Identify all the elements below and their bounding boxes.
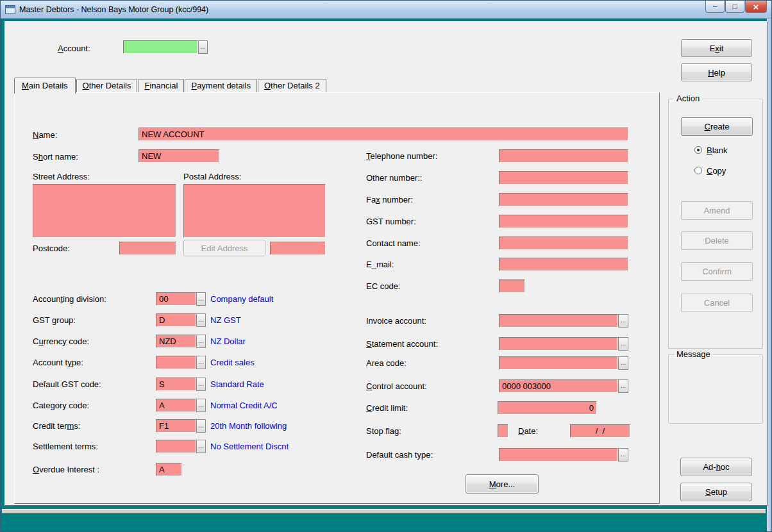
tab-other-details[interactable]: Other Details (76, 79, 138, 92)
control-account-lookup-button[interactable]: ... (618, 379, 628, 393)
currency-code-lookup-button[interactable]: ... (196, 335, 206, 348)
invoice-account-label: Invoice account: (366, 316, 426, 326)
blank-radio-label: Blank (707, 145, 728, 155)
cancel-button: Cancel (681, 294, 753, 312)
close-button[interactable]: × (745, 1, 767, 13)
street-address-input[interactable] (33, 184, 176, 238)
category-code-label: Category code: (33, 401, 89, 411)
gst-number-label: GST number: (366, 217, 416, 227)
overdue-interest-input[interactable] (156, 463, 182, 476)
message-groupbox: Message (668, 354, 763, 424)
category-code-input[interactable] (156, 399, 196, 412)
stop-flag-input[interactable] (498, 424, 508, 438)
postal-address-input[interactable] (183, 184, 326, 238)
account-input[interactable] (123, 40, 198, 54)
contact-name-input[interactable] (499, 237, 628, 250)
tab-main-details[interactable]: Main Details (14, 78, 76, 94)
name-label: Name: (33, 130, 57, 140)
short-name-input[interactable] (138, 149, 219, 163)
accounting-division-input[interactable] (156, 292, 196, 306)
gst-group-label: GST group: (33, 315, 76, 326)
invoice-account-input[interactable] (499, 314, 618, 328)
short-name-label: Short name: (33, 152, 78, 162)
invoice-account-lookup-button[interactable]: ... (618, 314, 628, 328)
edit-address-button: Edit Address (183, 240, 265, 256)
control-account-label: Control account: (366, 381, 427, 392)
help-button[interactable]: Help (681, 63, 752, 81)
action-group-title: Action (674, 94, 702, 104)
gst-number-input[interactable] (499, 215, 628, 228)
currency-code-label: Currency code: (33, 337, 89, 347)
account-type-desc: Credit sales (210, 358, 255, 368)
telephone-number-input[interactable] (499, 149, 628, 163)
tab-other-details-2[interactable]: Other Details 2 (258, 79, 326, 92)
fax-number-input[interactable] (499, 193, 628, 206)
titlebar[interactable]: Master Debtors - Nelson Bays Motor Group… (1, 1, 771, 19)
credit-limit-label: Credit limit: (366, 403, 408, 413)
application-window: Master Debtors - Nelson Bays Motor Group… (0, 0, 772, 532)
category-code-desc: Normal Credit A/C (210, 401, 278, 411)
postcode-input[interactable] (119, 242, 176, 255)
date-input[interactable] (570, 424, 630, 438)
category-code-lookup-button[interactable]: ... (196, 399, 206, 412)
other-number-label: Other number:: (366, 173, 422, 183)
street-address-label: Street Address: (33, 172, 90, 182)
exit-button[interactable]: Exit (681, 39, 752, 57)
statement-account-lookup-button[interactable]: ... (618, 337, 628, 351)
default-cash-type-lookup-button[interactable]: ... (618, 448, 628, 461)
create-button[interactable]: Create (681, 117, 753, 136)
tab-strip: Main Details Other Details Financial Pay… (14, 78, 327, 92)
settlement-terms-input[interactable] (156, 440, 196, 453)
settlement-terms-lookup-button[interactable]: ... (196, 440, 206, 453)
tab-financial[interactable]: Financial (138, 79, 184, 92)
gst-group-lookup-button[interactable]: ... (196, 313, 206, 327)
credit-limit-input[interactable] (498, 401, 597, 415)
default-gst-code-lookup-button[interactable]: ... (196, 378, 206, 391)
confirm-button: Confirm (681, 262, 753, 281)
window-title: Master Debtors - Nelson Bays Motor Group… (19, 5, 208, 14)
default-gst-code-input[interactable] (156, 378, 196, 391)
control-account-input[interactable] (499, 379, 618, 393)
settlement-terms-desc: No Settlement Discnt (210, 442, 289, 452)
other-number-input[interactable] (499, 171, 628, 185)
copy-radio[interactable]: Copy (694, 165, 726, 176)
gst-group-input[interactable] (156, 313, 196, 327)
default-gst-code-desc: Standard Rate (210, 379, 264, 390)
tab-payment-details[interactable]: Payment details (185, 79, 257, 92)
credit-terms-lookup-button[interactable]: ... (196, 419, 206, 433)
postal-postcode-input[interactable] (270, 242, 326, 255)
action-groupbox: Action Create Blank Copy Amend Delete Co… (668, 99, 763, 349)
postcode-label: Postcode: (33, 244, 70, 254)
fax-number-label: Fax number: (366, 195, 413, 205)
maximize-button[interactable]: □ (725, 1, 744, 13)
name-input[interactable] (138, 128, 628, 141)
main-details-tabpage: Name: Short name: Street Address: Postal… (14, 92, 660, 504)
statement-account-input[interactable] (499, 337, 618, 351)
area-code-input[interactable] (499, 356, 618, 370)
app-icon (5, 5, 15, 14)
account-lookup-button[interactable]: ... (198, 40, 208, 54)
window-controls: – □ × (705, 1, 767, 13)
currency-code-input[interactable] (156, 335, 196, 348)
ec-code-input[interactable] (499, 279, 525, 293)
copy-radio-circle (694, 167, 702, 174)
minimize-button[interactable]: – (705, 1, 725, 13)
area-code-lookup-button[interactable]: ... (618, 356, 628, 370)
account-type-input[interactable] (156, 356, 196, 369)
adhoc-button[interactable]: Ad-hoc (680, 458, 752, 476)
blank-radio[interactable]: Blank (694, 145, 728, 155)
account-type-lookup-button[interactable]: ... (196, 356, 206, 369)
account-label: Account: (58, 44, 90, 54)
postal-address-label: Postal Address: (183, 172, 241, 182)
setup-button[interactable]: Setup (680, 483, 752, 501)
email-input[interactable] (499, 258, 628, 271)
accounting-division-lookup-button[interactable]: ... (196, 292, 206, 306)
default-cash-type-input[interactable] (499, 448, 618, 461)
overdue-interest-label: Overdue Interest : (33, 465, 99, 475)
default-gst-code-label: Default GST code: (33, 379, 101, 390)
accounting-division-desc: Company default (210, 294, 273, 304)
credit-terms-input[interactable] (156, 419, 196, 433)
blank-radio-circle (694, 146, 702, 154)
gst-group-desc: NZ GST (210, 315, 241, 326)
more-button[interactable]: More... (466, 474, 539, 494)
